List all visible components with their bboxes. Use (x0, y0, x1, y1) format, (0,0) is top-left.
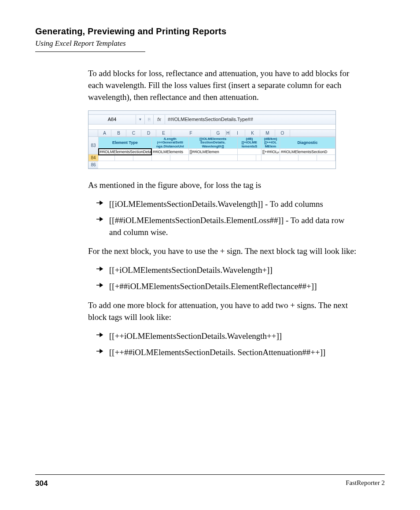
cell-84-D[interactable]: ##iOLMElements (151, 149, 188, 155)
cell-dbkm[interactable]: (dB/km) [[++iOL MElem (262, 137, 280, 148)
cell-element-type[interactable]: Element Type (99, 137, 152, 148)
formula-cancel-icon[interactable]: ⎘ (145, 115, 154, 124)
row-header-83[interactable]: 83 (88, 137, 98, 154)
column-headers: A B C D E F G H I K M O (98, 130, 335, 137)
paragraph-2: As mentioned in the figure above, for lo… (88, 180, 357, 191)
list-item-text: [[++##iOLMElementsSectionDetails. Sectio… (109, 347, 325, 359)
body-content: To add blocks for loss, reflectance and … (88, 68, 357, 359)
list-item: [[iOLMElementsSectionDetails.Wavelength]… (96, 198, 357, 210)
list-item-text: [[iOLMElementsSectionDetails.Wavelength]… (109, 198, 323, 210)
list-2: [[+iOLMElementsSectionDetails.Wavelength… (88, 264, 357, 293)
header-title: Generating, Previewing and Printing Repo… (35, 26, 385, 37)
cell-84-K[interactable]: ##iOLMElementsSectionD (280, 149, 335, 155)
col-A[interactable]: A (98, 130, 111, 136)
sheet-grid: 83 84 86 A B C D E F G H I K (88, 130, 335, 169)
row-83: Element Type /Length (<<GeneralSetti ngs… (99, 137, 335, 148)
row-84: ##iOLMElementsSectionDeta ##iOLMElements… (99, 149, 335, 155)
page-number: 304 (35, 479, 48, 488)
list-item: [[+##iOLMElementsSectionDetails.ElementR… (96, 281, 357, 293)
col-H[interactable]: H (226, 130, 230, 136)
col-D[interactable]: D (141, 130, 156, 136)
formula-gap (88, 125, 335, 130)
cell-length[interactable]: /Length (<<GeneralSetti ngs.DistanceUni (151, 137, 188, 148)
cell-84-F[interactable]: [[##iOLMElemen (188, 149, 237, 155)
list-item-text: [[##iOLMElementsSectionDetails.ElementLo… (109, 215, 357, 238)
name-box[interactable]: A84 (88, 115, 136, 124)
arrow-icon (96, 266, 104, 272)
arrow-icon (96, 283, 104, 288)
header-rule (35, 51, 145, 52)
col-E[interactable]: E (156, 130, 171, 136)
paragraph-1: To add blocks for loss, reflectance and … (88, 68, 357, 103)
row-86 (99, 155, 335, 161)
col-M[interactable]: M (260, 130, 275, 136)
cell-wavelength[interactable]: [[iOLMElements SectionDetails. Wavelengt… (188, 137, 237, 148)
header: Generating, Previewing and Printing Repo… (35, 26, 385, 52)
cell-84-A[interactable]: ##iOLMElementsSectionDeta (99, 149, 152, 155)
col-I[interactable]: I (230, 130, 245, 136)
list-item-text: [[+iOLMElementsSectionDetails.Wavelength… (109, 264, 273, 276)
cell-db[interactable]: (dB) [[+iOLME lementsS (237, 137, 261, 148)
cell-diagnostic[interactable]: Diagnostic (280, 137, 335, 148)
ribbon-fragment (88, 111, 335, 115)
col-O[interactable]: O (275, 130, 290, 136)
arrow-icon (96, 200, 104, 205)
list-item-text: [[+##iOLMElementsSectionDetails.ElementR… (109, 281, 317, 293)
doc-name: FastReporter 2 (346, 479, 385, 488)
list-item: [[++##iOLMElementsSectionDetails. Sectio… (96, 347, 357, 359)
formula-bar: A84 ▼ ⎘ fx ##iOLMElementsSectionDetails.… (88, 115, 335, 125)
cell-84-I[interactable]: [[+##iOLᵦn##++]] (262, 149, 280, 155)
paragraph-4: To add one more block for attenuation, y… (88, 300, 357, 323)
fx-icon[interactable]: fx (154, 115, 165, 124)
select-all-corner[interactable] (88, 130, 98, 137)
name-box-dropdown-icon[interactable]: ▼ (136, 115, 145, 124)
col-C[interactable]: C (126, 130, 141, 136)
arrow-icon (96, 216, 104, 222)
list-1: [[iOLMElementsSectionDetails.Wavelength]… (88, 198, 357, 238)
arrow-icon (96, 332, 104, 338)
col-G[interactable]: G (211, 130, 226, 136)
footer-rule (35, 474, 385, 475)
sheet-cells: Element Type /Length (<<GeneralSetti ngs… (98, 137, 335, 161)
list-item-text: [[++iOLMElementsSectionDetails.Wavelengt… (109, 330, 282, 342)
paragraph-3: For the next block, you have to use the … (88, 246, 357, 257)
list-item: [[++iOLMElementsSectionDetails.Wavelengt… (96, 330, 357, 342)
col-K[interactable]: K (245, 130, 260, 136)
excel-figure: A84 ▼ ⎘ fx ##iOLMElementsSectionDetails.… (88, 110, 336, 169)
col-B[interactable]: B (111, 130, 126, 136)
list-item: [[+iOLMElementsSectionDetails.Wavelength… (96, 264, 357, 276)
list-item: [[##iOLMElementsSectionDetails.ElementLo… (96, 215, 357, 238)
cell-84-G[interactable] (237, 149, 261, 155)
header-subtitle: Using Excel Report Templates (35, 39, 385, 48)
row-header-86[interactable]: 86 (88, 161, 98, 169)
formula-value[interactable]: ##iOLMElementsSectionDetails.Type## (165, 115, 335, 124)
list-3: [[++iOLMElementsSectionDetails.Wavelengt… (88, 330, 357, 359)
row-header-84[interactable]: 84 (88, 154, 98, 161)
col-F[interactable]: F (171, 130, 211, 136)
arrow-icon (96, 349, 104, 354)
footer: 304 FastReporter 2 (35, 474, 385, 488)
